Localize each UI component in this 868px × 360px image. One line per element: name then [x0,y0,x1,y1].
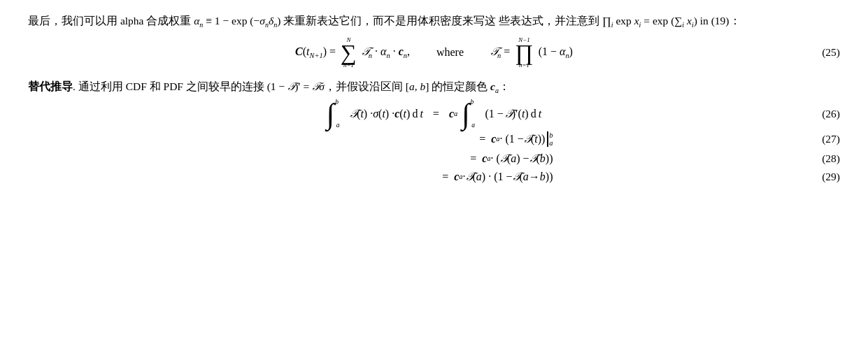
section-label: 替代推导 [28,80,73,92]
equation-29: = ca · 𝒯(a) · (1 − 𝒯(a → b)) (29) [28,171,840,183]
eq25-number: (25) [822,46,840,59]
equation-25: C(tN+1) = N ∑ n=1 𝒯n · αn · cn, where 𝒯n… [28,37,840,69]
section-2-heading: 替代推导. 通过利用 CDF 和 PDF 之间较早的连接 (1 − 𝒯)′ = … [28,78,840,96]
equation-26: ∫ b a 𝒯(t) · σ(t) · c(t) dt = ca ∫ b [28,102,840,126]
eq26-number: (26) [822,108,840,120]
equation-27: = ca · (1 − 𝒯(t)) b a (27) [28,131,840,147]
where-word: where [436,46,464,59]
equation-28: = ca · (𝒯(a) − 𝒯(b)) (28) [28,152,840,165]
eq27-number: (27) [822,133,840,145]
eq29-number: (29) [822,171,840,183]
paragraph-1: 最后，我们可以用 alpha 合成权重 αn ≡ 1 − exp (−σnδn)… [28,13,840,30]
main-content: 最后，我们可以用 alpha 合成权重 αn ≡ 1 − exp (−σnδn)… [28,13,840,183]
eq28-number: (28) [822,152,840,165]
